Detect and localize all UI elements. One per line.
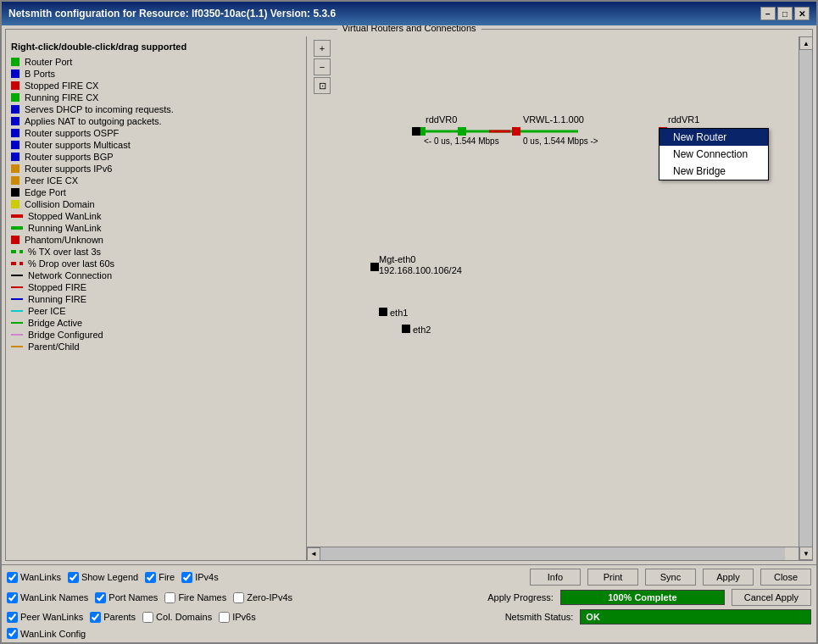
svg-text:eth1: eth1	[390, 308, 408, 318]
window-title: Netsmith configuration for Resource: lf0…	[8, 8, 336, 19]
peer-wanlinks-checkbox[interactable]	[7, 612, 18, 623]
netsmith-status-value: OK	[580, 609, 811, 625]
svg-rect-6	[458, 127, 466, 136]
peer-ice-cx-icon	[11, 176, 19, 185]
vertical-scrollbar[interactable]: ▲ ▼	[799, 36, 812, 560]
scroll-track-horizontal	[320, 547, 785, 560]
edge-port-icon	[11, 188, 19, 197]
svg-text:eth2: eth2	[413, 325, 431, 335]
wanlink-names-label: WanLink Names	[20, 592, 88, 602]
peer-wanlinks-label: Peer WanLinks	[20, 612, 83, 622]
ipv4s-label: IPv4s	[195, 572, 219, 582]
svg-rect-18	[402, 325, 410, 333]
title-bar-buttons: − □ ✕	[760, 7, 810, 20]
stopped-fire-cx-icon	[11, 81, 19, 90]
list-item: % TX over last 3s	[11, 247, 301, 257]
new-connection-menu-item[interactable]: New Connection	[659, 146, 768, 163]
ipv4s-checkbox[interactable]	[181, 572, 192, 583]
network-connection-icon	[11, 275, 23, 276]
svg-text:<- 0 us, 1.544 Mbps: <- 0 us, 1.544 Mbps	[424, 136, 499, 146]
fire-checkbox-item: Fire	[145, 572, 175, 583]
wanlink-config-checkbox-item: WanLink Config	[7, 628, 86, 639]
list-item: Running WanLink	[11, 223, 301, 233]
bgp-icon	[11, 153, 19, 161]
apply-button[interactable]: Apply	[703, 569, 754, 586]
running-wanlink-icon	[11, 226, 23, 230]
main-content: Right-click/double-click/drag supported …	[6, 36, 812, 560]
wanlink-config-checkbox[interactable]	[7, 628, 18, 639]
parents-label: Parents	[103, 612, 136, 622]
list-item: Edge Port	[11, 187, 301, 197]
wanlinks-checkbox[interactable]	[7, 572, 18, 583]
cancel-apply-button[interactable]: Cancel Apply	[732, 589, 811, 606]
list-item: Bridge Configured	[11, 330, 301, 340]
scroll-down-button[interactable]: ▼	[799, 547, 812, 560]
peer-wanlinks-checkbox-item: Peer WanLinks	[7, 612, 83, 623]
multicast-icon	[11, 141, 19, 149]
show-legend-checkbox[interactable]	[68, 572, 79, 583]
list-item: Router supports IPv6	[11, 164, 301, 174]
list-item: Parent/Child	[11, 341, 301, 352]
ospf-icon	[11, 129, 19, 137]
svg-text:Mgt-eth0: Mgt-eth0	[379, 254, 415, 264]
router-port-icon	[11, 58, 19, 66]
new-bridge-menu-item[interactable]: New Bridge	[659, 163, 768, 180]
zero-ipv4s-checkbox-item: Zero-IPv4s	[233, 592, 292, 603]
col-domains-checkbox[interactable]	[142, 612, 153, 623]
scroll-track-vertical	[799, 50, 812, 547]
info-button[interactable]: Info	[530, 569, 581, 586]
ipv6s-checkbox[interactable]	[219, 612, 230, 623]
col-domains-checkbox-item: Col. Domains	[142, 612, 212, 623]
list-item: Bridge Active	[11, 318, 301, 328]
svg-text:0 us, 1.544 Mbps ->: 0 us, 1.544 Mbps ->	[523, 136, 598, 146]
fire-checkbox[interactable]	[145, 572, 156, 583]
zoom-out-button[interactable]: −	[314, 58, 331, 75]
apply-progress-bar: 100% Complete	[560, 590, 725, 605]
toolbar-row-1: WanLinks Show Legend Fire IPv4s Info Pri…	[7, 569, 811, 586]
maximize-button[interactable]: □	[777, 7, 793, 20]
parents-checkbox[interactable]	[90, 612, 101, 623]
wanlink-names-checkbox[interactable]	[7, 592, 18, 603]
port-names-checkbox[interactable]	[95, 592, 106, 603]
horizontal-scrollbar[interactable]: ◄ ►	[307, 547, 799, 560]
main-window: Netsmith configuration for Resource: lf0…	[0, 0, 818, 644]
list-item: % Drop over last 60s	[11, 258, 301, 269]
minimize-button[interactable]: −	[760, 7, 776, 20]
collision-domain-icon	[11, 200, 19, 208]
zoom-controls: + − ⊡	[314, 40, 331, 94]
ipv6s-checkbox-item: IPv6s	[219, 612, 256, 623]
scroll-up-button[interactable]: ▲	[799, 36, 812, 50]
new-router-menu-item[interactable]: New Router	[659, 129, 768, 146]
fire-names-label: Fire Names	[178, 592, 226, 602]
list-item: Stopped FIRE CX	[11, 80, 301, 91]
drop-over-icon	[11, 262, 23, 265]
print-button[interactable]: Print	[587, 569, 638, 586]
svg-text:VRWL-1.1.000: VRWL-1.1.000	[523, 114, 584, 125]
zero-ipv4s-label: Zero-IPv4s	[247, 592, 292, 602]
svg-text:rddVR0: rddVR0	[426, 114, 457, 125]
svg-text:192.168.100.106/24: 192.168.100.106/24	[379, 265, 462, 275]
fire-names-checkbox[interactable]	[164, 592, 175, 603]
wanlinks-checkbox-item: WanLinks	[7, 572, 61, 583]
scroll-left-button[interactable]: ◄	[307, 547, 320, 561]
toolbar-row-2: WanLink Names Port Names Fire Names Zero…	[7, 589, 811, 606]
wanlinks-label: WanLinks	[20, 572, 61, 582]
canvas-area: + − ⊡ rddVR0	[307, 36, 812, 560]
sync-button[interactable]: Sync	[645, 569, 696, 586]
svg-rect-16	[379, 308, 387, 316]
tx-over-icon	[11, 250, 23, 253]
close-button[interactable]: ✕	[794, 7, 810, 20]
list-item: Peer ICE CX	[11, 175, 301, 186]
list-item: Running FIRE CX	[11, 92, 301, 103]
list-item: Running FIRE	[11, 294, 301, 304]
show-legend-checkbox-item: Show Legend	[68, 572, 138, 583]
zero-ipv4s-checkbox[interactable]	[233, 592, 244, 603]
zoom-fit-button[interactable]: ⊡	[314, 77, 331, 94]
running-fire-cx-icon	[11, 93, 19, 102]
zoom-in-button[interactable]: +	[314, 40, 331, 57]
list-item: Serves DHCP to incoming requests.	[11, 104, 301, 114]
ipv6-icon	[11, 164, 19, 173]
status-ok-text: OK	[586, 612, 600, 622]
close-button[interactable]: Close	[760, 569, 811, 586]
title-bar: Netsmith configuration for Resource: lf0…	[2, 2, 816, 25]
